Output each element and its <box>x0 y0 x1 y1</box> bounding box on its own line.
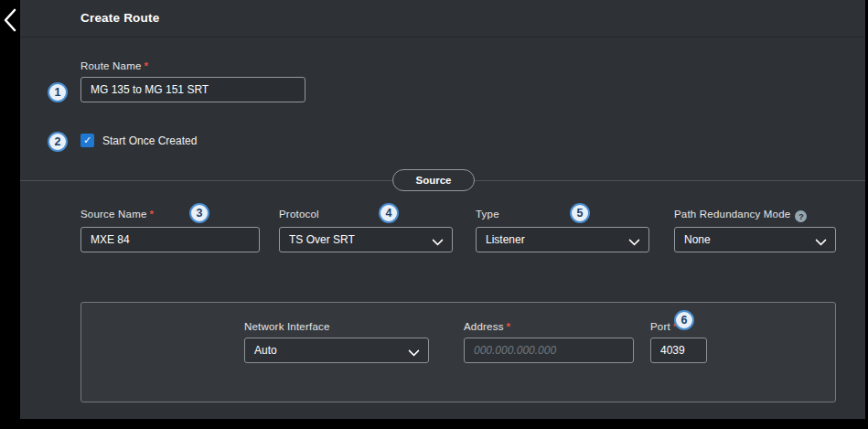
annotation-4: 4 <box>379 203 399 223</box>
header-divider <box>20 37 865 38</box>
protocol-dropdown[interactable]: TS Over SRT <box>279 227 453 252</box>
start-once-created-label: Start Once Created <box>102 134 197 147</box>
start-once-created-checkbox[interactable]: ✓ <box>80 134 94 147</box>
required-asterisk: * <box>145 60 149 71</box>
chevron-down-icon <box>628 234 640 246</box>
path-redundancy-label: Path Redundancy Mode? <box>674 209 807 222</box>
protocol-label: Protocol <box>279 209 319 220</box>
chevron-down-icon <box>815 234 827 246</box>
source-name-label-text: Source Name <box>80 209 147 220</box>
route-name-label-text: Route Name <box>80 60 142 71</box>
network-interface-value: Auto <box>254 344 277 357</box>
chevron-left-icon <box>3 8 17 32</box>
chevron-down-icon <box>408 345 420 357</box>
route-name-input[interactable] <box>80 77 305 102</box>
annotation-3: 3 <box>189 203 209 223</box>
annotation-5: 5 <box>570 203 590 223</box>
network-interface-label: Network Interface <box>244 321 330 332</box>
path-redundancy-label-text: Path Redundancy Mode <box>674 209 790 220</box>
source-name-input[interactable] <box>80 227 260 252</box>
annotation-2: 2 <box>48 132 68 152</box>
page-title: Create Route <box>80 11 159 25</box>
source-name-label: Source Name* <box>80 209 154 220</box>
required-asterisk: * <box>150 209 155 220</box>
address-input[interactable] <box>464 338 634 363</box>
protocol-value: TS Over SRT <box>289 233 355 246</box>
chevron-down-icon <box>432 234 444 246</box>
back-button[interactable] <box>1 5 19 35</box>
help-icon[interactable]: ? <box>795 210 807 222</box>
required-asterisk: * <box>507 321 511 332</box>
path-redundancy-dropdown[interactable]: None <box>674 227 836 252</box>
address-label-text: Address <box>464 321 504 332</box>
port-label-text: Port <box>650 321 670 332</box>
source-section-label: Source <box>416 175 452 186</box>
type-dropdown[interactable]: Listener <box>476 227 649 252</box>
type-label: Type <box>476 209 499 220</box>
source-section-tab: Source <box>392 169 475 191</box>
port-label: Port* <box>650 321 678 332</box>
path-redundancy-value: None <box>684 233 711 246</box>
annotation-6: 6 <box>674 310 694 330</box>
address-label: Address* <box>464 321 510 332</box>
network-interface-dropdown[interactable]: Auto <box>244 338 429 363</box>
annotation-1: 1 <box>48 82 68 102</box>
route-name-label: Route Name* <box>80 60 148 71</box>
listener-settings-panel: Network Interface Address* Port* Auto <box>80 302 836 402</box>
check-icon: ✓ <box>83 135 91 145</box>
port-input[interactable] <box>650 338 707 363</box>
create-route-page: Create Route Route Name* ✓ Start Once Cr… <box>20 0 865 419</box>
type-value: Listener <box>486 233 525 246</box>
